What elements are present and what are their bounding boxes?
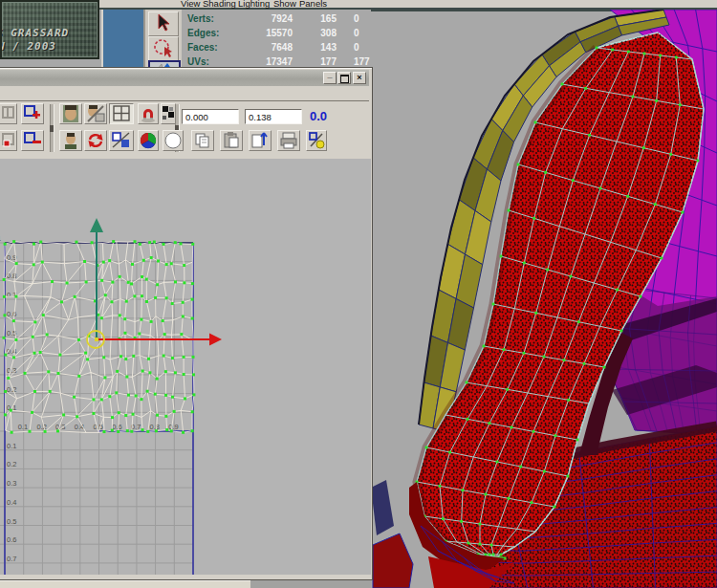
bottom-shelf-middle — [250, 580, 371, 588]
percent-icon[interactable] — [306, 130, 327, 151]
svg-text:0.6: 0.6 — [7, 535, 16, 544]
uv-editor-menustrip — [0, 87, 369, 101]
close-icon[interactable]: × — [353, 72, 366, 84]
shell-subtract-icon[interactable] — [21, 130, 44, 151]
uv-editor-toolbar: 0.0 — [0, 101, 369, 157]
faces-total: 7648 — [239, 40, 293, 54]
svg-text:0.4: 0.4 — [7, 498, 16, 507]
edges-col2: 308 — [293, 26, 337, 40]
v-coordinate-input[interactable] — [245, 109, 302, 124]
docked-panel-strip[interactable] — [101, 10, 145, 67]
paste-flip-icon[interactable] — [249, 130, 272, 151]
swap-squares-icon[interactable] — [109, 130, 134, 151]
svg-text:0.2: 0.2 — [7, 460, 16, 468]
verts-col3: 0 — [337, 11, 375, 26]
grid-dot-icon[interactable] — [0, 130, 17, 151]
menu-panels[interactable]: Panels — [299, 0, 327, 9]
rgb-circle-icon[interactable] — [138, 130, 159, 151]
edges-total: 15570 — [239, 26, 293, 40]
grid-edge-icon[interactable] — [0, 103, 17, 124]
faces-label: Faces: — [187, 40, 239, 54]
refresh-icon[interactable] — [84, 130, 107, 151]
u-coordinate-input[interactable] — [182, 109, 239, 124]
uv-mesh-canvas[interactable]: 10.90.80.70.60.50.40.30.20.10.10.20.30.4… — [0, 159, 371, 575]
svg-text:0.6: 0.6 — [7, 310, 16, 318]
faces-col2: 143 — [293, 40, 337, 54]
shell-add-icon[interactable] — [21, 103, 44, 124]
svg-text:0.5: 0.5 — [7, 517, 16, 526]
bottom-shelf-left — [0, 580, 250, 588]
verts-label: Verts: — [187, 11, 239, 26]
edges-col3: 0 — [337, 26, 375, 40]
menu-lighting[interactable]: Lighting — [238, 0, 270, 9]
verts-total: 7924 — [239, 11, 293, 26]
watermark-line2: N / 2003 — [0, 40, 56, 53]
uv-editor-titlebar[interactable]: _ × — [0, 70, 369, 86]
printer-icon[interactable] — [277, 130, 300, 151]
author-watermark: S GRASSARD N / 2003 — [0, 0, 99, 59]
verts-col2: 165 — [293, 11, 337, 26]
lasso-select-icon — [149, 37, 176, 58]
svg-text:1: 1 — [0, 234, 1, 243]
menu-view[interactable]: View — [181, 0, 200, 9]
menu-show[interactable]: Show — [273, 0, 296, 9]
value-readout: 0.0 — [310, 109, 327, 123]
watermark-line1: S GRASSARD — [0, 27, 69, 39]
polycount-hud: Verts: 7924 165 0 Edges: 15570 308 0 Fac… — [187, 11, 375, 69]
uv-editor-canvas[interactable]: 10.90.80.70.60.50.40.30.20.10.10.20.30.4… — [0, 159, 371, 575]
copy-icon[interactable] — [191, 130, 214, 151]
paste-icon[interactable] — [220, 130, 243, 151]
faces-col3: 0 — [337, 40, 375, 54]
toolbox — [145, 10, 182, 67]
dither-x-icon[interactable] — [161, 103, 176, 124]
minimize-icon[interactable]: _ — [323, 72, 337, 84]
hud-row-faces: Faces: 7648 143 0 — [187, 40, 375, 54]
grid-toggle-icon[interactable] — [109, 103, 134, 124]
svg-text:0.8: 0.8 — [150, 423, 160, 431]
toolbar-separator[interactable] — [50, 104, 54, 152]
edges-label: Edges: — [187, 26, 239, 40]
svg-text:0.7: 0.7 — [7, 555, 16, 563]
hud-row-verts: Verts: 7924 165 0 — [187, 11, 375, 26]
uv-window-bottom-frame — [0, 575, 371, 579]
svg-text:0.2: 0.2 — [36, 423, 46, 431]
lasso-select-tool[interactable] — [148, 36, 179, 61]
select-arrow-tool[interactable] — [148, 11, 179, 36]
uv-texture-editor-window: _ × — [0, 67, 373, 580]
person-icon[interactable] — [59, 130, 82, 151]
svg-text:0.1: 0.1 — [7, 442, 16, 450]
svg-text:0.1: 0.1 — [18, 423, 28, 431]
white-circle-icon[interactable] — [163, 130, 184, 151]
magnet-icon[interactable] — [138, 103, 159, 124]
panel-menu-bar: View Shading Lighting Show Panels — [0, 0, 717, 10]
face-icon[interactable] — [59, 103, 82, 124]
face-slash-icon[interactable] — [84, 103, 107, 124]
maya-workspace: View Shading Lighting Show Panels Verts:… — [0, 0, 717, 588]
select-arrow-icon — [149, 12, 176, 33]
maximize-icon[interactable] — [337, 72, 351, 84]
menu-shading[interactable]: Shading — [203, 0, 236, 9]
svg-text:0.3: 0.3 — [7, 479, 16, 488]
hud-row-edges: Edges: 15570 308 0 — [187, 26, 375, 40]
viewport-3d-model[interactable] — [371, 10, 717, 588]
